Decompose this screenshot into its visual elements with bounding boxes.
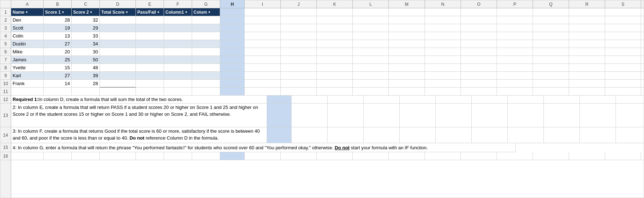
cell-C9[interactable]: 39	[72, 72, 100, 80]
cell-N2[interactable]	[425, 16, 461, 24]
cell-O16[interactable]	[461, 152, 497, 160]
cell-T3[interactable]	[641, 24, 644, 32]
cell-F7[interactable]	[164, 56, 192, 64]
cell-F8[interactable]	[164, 64, 192, 72]
cell-H12[interactable]	[267, 96, 292, 104]
cell-P10[interactable]	[497, 80, 533, 88]
cell-I10[interactable]	[245, 80, 281, 88]
cell-I9[interactable]	[245, 72, 281, 80]
cell-D3[interactable]	[100, 24, 136, 32]
cell-I4[interactable]	[245, 32, 281, 40]
cell-F2[interactable]	[164, 16, 192, 24]
cell-E11[interactable]	[136, 88, 164, 96]
cell-E10[interactable]	[136, 80, 164, 88]
cell-K6[interactable]	[317, 48, 353, 56]
cell-L13[interactable]	[400, 104, 436, 127]
cell-K9[interactable]	[317, 72, 353, 80]
row-header-5[interactable]: 5	[0, 40, 11, 48]
cell-K16[interactable]	[317, 152, 353, 160]
cell-H9[interactable]	[220, 72, 245, 80]
row-header-14[interactable]: 14	[0, 127, 11, 143]
cell-T10[interactable]	[641, 80, 644, 88]
cell-I2[interactable]	[245, 16, 281, 24]
cell-N9[interactable]	[425, 72, 461, 80]
row-header-11[interactable]: 11	[0, 88, 11, 96]
cell-S16[interactable]	[605, 152, 641, 160]
cell-R16[interactable]	[569, 152, 605, 160]
cell-O13[interactable]	[508, 104, 544, 127]
dropdown-arrow-D1[interactable]: ▼	[125, 10, 128, 14]
cell-T2[interactable]	[641, 16, 644, 24]
cell-B7[interactable]: 25	[44, 56, 72, 64]
row-header-4[interactable]: 4	[0, 32, 11, 40]
cell-F11[interactable]	[164, 88, 192, 96]
cell-Q6[interactable]	[533, 48, 569, 56]
cell-J2[interactable]	[281, 16, 317, 24]
cell-Q14[interactable]	[580, 127, 616, 143]
dropdown-arrow-C1[interactable]: ▼	[89, 10, 93, 14]
cell-Q8[interactable]	[533, 64, 569, 72]
cell-N5[interactable]	[425, 40, 461, 48]
cell-M3[interactable]	[389, 24, 425, 32]
cell-J5[interactable]	[281, 40, 317, 48]
cell-S10[interactable]	[605, 80, 641, 88]
cell-Q1[interactable]	[533, 8, 569, 16]
cell-P9[interactable]	[497, 72, 533, 80]
cell-R9[interactable]	[569, 72, 605, 80]
cell-P11[interactable]	[497, 88, 533, 96]
cell-F10[interactable]	[164, 80, 192, 88]
cell-S1[interactable]	[605, 8, 641, 16]
cell-I1[interactable]	[245, 8, 281, 16]
cell-N3[interactable]	[425, 24, 461, 32]
col-header-M[interactable]: M	[389, 0, 425, 8]
cell-O7[interactable]	[461, 56, 497, 64]
cell-L8[interactable]	[353, 64, 389, 72]
cell-D9[interactable]	[100, 72, 136, 80]
cell-D16[interactable]	[100, 152, 136, 160]
row-header-6[interactable]: 6	[0, 48, 11, 56]
cell-E8[interactable]	[136, 64, 164, 72]
cell-L10[interactable]	[353, 80, 389, 88]
cell-J13[interactable]	[328, 104, 364, 127]
dropdown-arrow-E1[interactable]: ▼	[157, 10, 160, 14]
cell-O3[interactable]	[461, 24, 497, 32]
cell-M14[interactable]	[436, 127, 472, 143]
row-header-12[interactable]: 12	[0, 96, 11, 104]
cell-O1[interactable]	[461, 8, 497, 16]
cell-C1[interactable]: Score 2 ▼	[72, 8, 100, 16]
cell-R4[interactable]	[569, 32, 605, 40]
cell-I6[interactable]	[245, 48, 281, 56]
cell-N16[interactable]	[425, 152, 461, 160]
cell-A10[interactable]: Frank	[11, 80, 44, 88]
cell-P14[interactable]	[544, 127, 580, 143]
cell-E6[interactable]	[136, 48, 164, 56]
cell-R7[interactable]	[569, 56, 605, 64]
cell-O8[interactable]	[461, 64, 497, 72]
cell-Q3[interactable]	[533, 24, 569, 32]
row-header-13[interactable]: 13	[0, 104, 11, 127]
cell-N14[interactable]	[472, 127, 508, 143]
cell-A2[interactable]: Den	[11, 16, 44, 24]
cell-T1[interactable]	[641, 8, 644, 16]
cell-R11[interactable]	[569, 88, 605, 96]
cell-N4[interactable]	[425, 32, 461, 40]
cell-J4[interactable]	[281, 32, 317, 40]
cell-L9[interactable]	[353, 72, 389, 80]
cell-J6[interactable]	[281, 48, 317, 56]
cell-G8[interactable]	[192, 64, 220, 72]
cell-K10[interactable]	[317, 80, 353, 88]
row-header-2[interactable]: 2	[0, 16, 11, 24]
cell-K3[interactable]	[317, 24, 353, 32]
row-header-9[interactable]: 9	[0, 72, 11, 80]
cell-D6[interactable]	[100, 48, 136, 56]
cell-C10[interactable]: 28	[72, 80, 100, 88]
cell-G4[interactable]	[192, 32, 220, 40]
cell-Q7[interactable]	[533, 56, 569, 64]
cell-F9[interactable]	[164, 72, 192, 80]
cell-D4[interactable]	[100, 32, 136, 40]
cell-M8[interactable]	[389, 64, 425, 72]
cell-N12[interactable]	[472, 96, 508, 104]
cell-E7[interactable]	[136, 56, 164, 64]
cell-K8[interactable]	[317, 64, 353, 72]
cell-K12[interactable]	[364, 96, 400, 104]
